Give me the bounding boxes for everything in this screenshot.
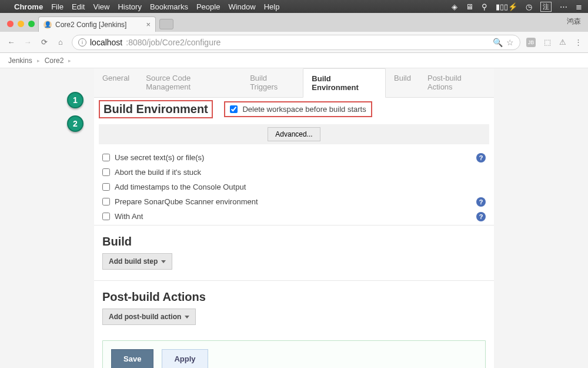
tab-general[interactable]: General (94, 68, 138, 97)
input-source-icon[interactable]: 注 (540, 2, 552, 12)
chrome-profile-name[interactable]: 鸿森 (567, 16, 581, 26)
add-postbuild-action-label: Add post-build action (109, 313, 181, 321)
caret-down-icon (161, 260, 166, 263)
minimize-window-button[interactable] (18, 21, 24, 27)
wifi-icon[interactable]: ⚲ (482, 2, 487, 11)
option-sonarqube-checkbox[interactable] (102, 198, 110, 205)
caret-down-icon (185, 316, 189, 319)
bookmark-star-icon[interactable]: ☆ (506, 38, 514, 47)
add-build-step-button[interactable]: Add build step (102, 253, 172, 270)
tab-scm[interactable]: Source Code Management (138, 68, 242, 97)
postbuild-heading: Post-build Actions (94, 282, 494, 309)
extension-jb-icon[interactable]: JB (526, 38, 536, 47)
option-secret-text-checkbox[interactable] (102, 154, 110, 161)
extension-cube-icon[interactable]: ⬚ (544, 38, 551, 47)
option-secret-text[interactable]: Use secret text(s) or file(s) ? (94, 150, 494, 165)
build-heading: Build (94, 227, 494, 253)
tab-triggers[interactable]: Build Triggers (242, 68, 303, 97)
tab-close-icon[interactable]: × (146, 20, 151, 29)
display-icon[interactable]: 🖥 (466, 2, 473, 11)
help-icon[interactable]: ? (476, 153, 486, 163)
build-env-heading: Build Environment (103, 102, 208, 115)
reload-button[interactable]: ⟳ (39, 38, 49, 47)
mac-menu-view[interactable]: View (93, 2, 109, 11)
breadcrumb-core2[interactable]: Core2 (45, 57, 64, 65)
highlight-delete-workspace: Delete workspace before build starts (224, 101, 372, 117)
option-sonarqube[interactable]: Prepare SonarQube Scanner environment ? (94, 194, 494, 209)
url-path: :8080/job/Core2/configure (126, 38, 220, 47)
breadcrumb-sep-icon: ▸ (68, 58, 71, 64)
option-timestamps[interactable]: Add timestamps to the Console Output (94, 180, 494, 194)
help-icon[interactable]: ? (476, 212, 486, 221)
breadcrumb-sep-icon: ▸ (37, 58, 40, 64)
back-button[interactable]: ← (6, 38, 16, 47)
add-postbuild-action-button[interactable]: Add post-build action (102, 309, 196, 325)
home-button[interactable]: ⌂ (55, 38, 66, 47)
save-apply-bar: Save Apply (102, 340, 486, 368)
diamond-icon[interactable]: ◈ (452, 2, 457, 11)
breadcrumb: Jenkins ▸ Core2 ▸ (0, 53, 588, 68)
apply-button[interactable]: Apply (162, 349, 208, 368)
mac-menu-bookmarks[interactable]: Bookmarks (150, 2, 188, 11)
mac-menu-history[interactable]: History (118, 2, 141, 11)
delete-workspace-label: Delete workspace before build starts (242, 105, 366, 114)
advanced-button[interactable]: Advanced... (268, 127, 320, 141)
site-info-icon[interactable]: i (78, 38, 86, 47)
mac-app-name[interactable]: Chrome (14, 2, 43, 11)
forward-button: → (22, 38, 33, 47)
option-secret-text-label: Use secret text(s) or file(s) (115, 153, 204, 162)
url-host: localhost (90, 38, 122, 47)
mac-menu-help[interactable]: Help (264, 2, 280, 11)
browser-tab-core2[interactable]: 👤 Core2 Config [Jenkins] × (38, 16, 156, 32)
annotation-badge-2: 2 (67, 115, 83, 132)
tab-build[interactable]: Build (386, 68, 419, 97)
address-bar[interactable]: i localhost:8080/job/Core2/configure 🔍 ☆ (72, 35, 520, 50)
more-icon[interactable]: ⋯ (560, 2, 567, 11)
tab-build-env[interactable]: Build Environment (303, 68, 386, 98)
jenkins-favicon: 👤 (44, 21, 52, 29)
mac-menu-edit[interactable]: Edit (72, 2, 85, 11)
tab-title: Core2 Config [Jenkins] (55, 21, 126, 29)
option-with-ant-checkbox[interactable] (102, 213, 110, 220)
mac-menu-window[interactable]: Window (228, 2, 255, 11)
chrome-tabstrip: 👤 Core2 Config [Jenkins] × 鸿森 (0, 13, 588, 32)
delete-workspace-row[interactable]: Delete workspace before build starts (230, 105, 366, 114)
option-with-ant-label: With Ant (115, 212, 143, 221)
mac-menubar: Chrome File Edit View History Bookmarks … (0, 0, 588, 13)
zoom-window-button[interactable] (28, 21, 35, 27)
option-abort-stuck[interactable]: Abort the build if it's stuck (94, 165, 494, 180)
mac-menu-file[interactable]: File (51, 2, 64, 11)
highlight-build-env-heading: Build Environment (99, 100, 213, 118)
clock-icon[interactable]: ◷ (526, 2, 532, 11)
option-abort-stuck-label: Abort the build if it's stuck (115, 168, 201, 177)
breadcrumb-jenkins[interactable]: Jenkins (8, 57, 32, 65)
window-controls (5, 21, 38, 32)
option-timestamps-checkbox[interactable] (102, 183, 110, 191)
option-timestamps-label: Add timestamps to the Console Output (115, 183, 246, 191)
annotation-badge-1: 1 (67, 92, 83, 108)
config-tabs: General Source Code Management Build Tri… (94, 68, 494, 98)
battery-icon[interactable]: ▮▯▯⚡ (496, 2, 517, 11)
chrome-toolbar: ← → ⟳ ⌂ i localhost:8080/job/Core2/confi… (0, 32, 588, 53)
extension-warn-icon[interactable]: ⚠ (559, 38, 566, 47)
option-sonarqube-label: Prepare SonarQube Scanner environment (115, 197, 258, 206)
option-with-ant[interactable]: With Ant ? (94, 209, 494, 224)
help-icon[interactable]: ? (476, 197, 486, 207)
tab-postbuild[interactable]: Post-build Actions (419, 68, 494, 97)
new-tab-button[interactable] (159, 19, 173, 29)
list-icon[interactable]: ≣ (576, 2, 582, 11)
delete-workspace-checkbox[interactable] (230, 105, 238, 113)
config-panel: 1 2 General Source Code Management Build… (94, 68, 494, 368)
close-window-button[interactable] (7, 21, 14, 27)
save-button[interactable]: Save (111, 349, 153, 368)
search-in-omnibox-icon[interactable]: 🔍 (493, 38, 503, 47)
mac-menu-people[interactable]: People (196, 2, 220, 11)
option-abort-stuck-checkbox[interactable] (102, 168, 110, 176)
chrome-menu-icon[interactable]: ⋮ (574, 38, 582, 47)
advanced-bar: Advanced... (99, 124, 489, 144)
add-build-step-label: Add build step (109, 257, 158, 266)
